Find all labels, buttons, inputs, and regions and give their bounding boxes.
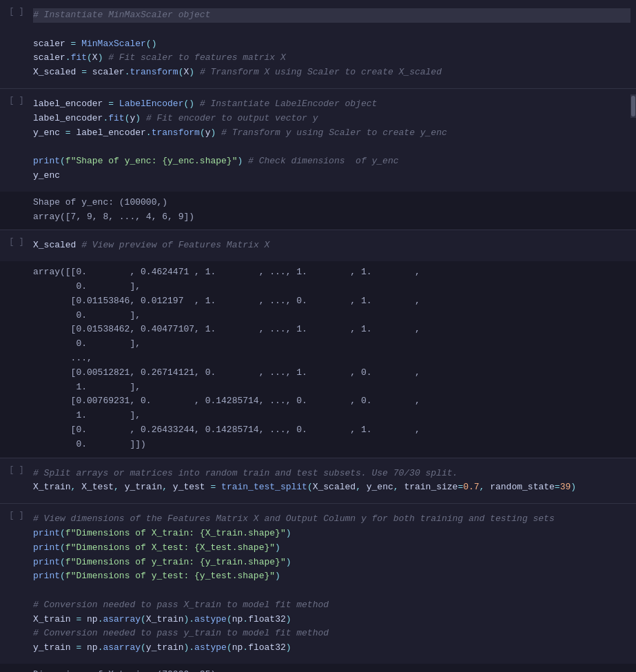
cell-1: [ ] # Instantiate MinMaxScaler object sc… xyxy=(0,0,636,89)
cell-5-gutter: [ ] xyxy=(0,509,33,520)
notebook: [ ] # Instantiate MinMaxScaler object sc… xyxy=(0,0,636,672)
cell-5: [ ] # View dimensions of the Features Ma… xyxy=(0,504,636,672)
cell-1-bracket[interactable]: [ ] xyxy=(9,7,24,17)
cell-2-gutter: [ ] xyxy=(0,94,33,105)
cell-2-scrollbar[interactable] xyxy=(630,94,636,118)
cell-5-code[interactable]: # View dimensions of the Features Matrix… xyxy=(33,509,636,658)
cell-3: [ ] X_scaled # View preview of Features … xyxy=(0,230,636,458)
cell-3-bracket[interactable]: [ ] xyxy=(9,237,24,247)
cell-4-code[interactable]: # Split arrays or matrices into random t… xyxy=(33,464,636,498)
cell-3-code[interactable]: X_scaled # View preview of Features Matr… xyxy=(33,236,636,256)
cell-4-input: [ ] # Split arrays or matrices into rand… xyxy=(0,458,636,504)
cell-1-code[interactable]: # Instantiate MinMaxScaler object scaler… xyxy=(33,6,636,83)
scrollbar-thumb xyxy=(631,96,635,116)
cell-5-input: [ ] # View dimensions of the Features Ma… xyxy=(0,504,636,664)
cell-3-output: array([[0. , 0.4624471 , 1. , ..., 1. , … xyxy=(0,261,636,457)
cell-4: [ ] # Split arrays or matrices into rand… xyxy=(0,458,636,505)
cell-1-input: [ ] # Instantiate MinMaxScaler object sc… xyxy=(0,0,636,88)
cell-4-bracket[interactable]: [ ] xyxy=(9,465,24,475)
cell-2-input: [ ] label_encoder = LabelEncoder() # Ins… xyxy=(0,89,636,192)
cell-2: [ ] label_encoder = LabelEncoder() # Ins… xyxy=(0,89,636,230)
cell-5-bracket[interactable]: [ ] xyxy=(9,511,24,520)
cell-1-gutter: [ ] xyxy=(0,6,33,17)
cell-2-output: Shape of y_enc: (100000,) array([7, 9, 8… xyxy=(0,192,636,230)
cell-2-code[interactable]: label_encoder = LabelEncoder() # Instant… xyxy=(33,94,630,186)
cell-5-output: Dimensions of X_train: (70000, 25) Dimen… xyxy=(0,664,636,672)
cell-3-input: [ ] X_scaled # View preview of Features … xyxy=(0,230,636,261)
cell-3-gutter: [ ] xyxy=(0,236,33,247)
cell-2-bracket[interactable]: [ ] xyxy=(9,96,24,105)
cell-4-gutter: [ ] xyxy=(0,464,33,475)
